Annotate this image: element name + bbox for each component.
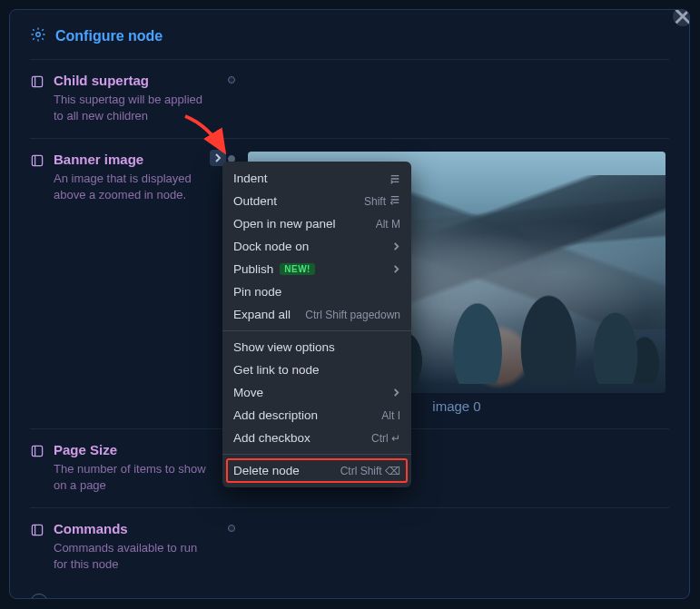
chevron-right-icon	[392, 242, 400, 250]
add-row-button[interactable]: ＋	[30, 594, 48, 599]
outdent-icon	[389, 194, 400, 208]
svg-rect-2	[32, 155, 42, 165]
ctx-label: Open in new panel	[233, 217, 336, 231]
ctx-delete-node[interactable]: Delete node Ctrl Shift ⌫	[222, 459, 411, 482]
ctx-label: Move	[233, 386, 263, 399]
svg-rect-1	[32, 76, 42, 86]
row-title: Commands	[54, 521, 212, 536]
ctx-label: Get link to node	[233, 363, 320, 377]
commands-icon	[30, 523, 44, 537]
svg-point-0	[36, 33, 41, 37]
ctx-shortcut: Shift	[364, 195, 386, 208]
ctx-shortcut: Ctrl Shift ⌫	[340, 465, 400, 477]
ctx-open-in-new-panel[interactable]: Open in new panel Alt M	[222, 212, 411, 235]
ctx-dock-node-on[interactable]: Dock node on	[222, 235, 411, 258]
page-size-icon	[30, 444, 44, 458]
ctx-pin-node[interactable]: Pin node	[222, 280, 411, 303]
ctx-label: Publish	[233, 262, 273, 276]
ctx-label: Expand all	[233, 308, 291, 321]
ctx-move[interactable]: Move	[222, 381, 411, 404]
row-title: Banner image	[54, 152, 212, 167]
ctx-outdent[interactable]: Outdent Shift	[222, 190, 411, 212]
ctx-label: Show view options	[233, 340, 335, 354]
ctx-label: Add description	[233, 408, 318, 422]
svg-rect-4	[32, 526, 42, 535]
image-icon	[30, 153, 44, 168]
ctx-show-view-options[interactable]: Show view options	[222, 336, 411, 359]
panel-header: Configure node	[10, 10, 689, 59]
ctx-add-checkbox[interactable]: Add checkbox Ctrl ↵	[222, 427, 411, 449]
svg-rect-3	[32, 446, 42, 456]
ctx-shortcut: Alt I	[381, 409, 400, 422]
ctx-label: Delete node	[233, 464, 300, 477]
supertag-icon	[30, 74, 44, 89]
panel-title: Configure node	[55, 28, 163, 44]
ctx-get-link-to-node[interactable]: Get link to node	[222, 359, 411, 381]
row-desc: The number of items to show on a page	[54, 461, 212, 493]
ctx-label: Dock node on	[233, 240, 309, 253]
ctx-indent[interactable]: Indent	[222, 167, 411, 190]
empty-bullet[interactable]	[228, 525, 235, 532]
ctx-label: Add checkbox	[233, 431, 311, 445]
close-button[interactable]	[673, 9, 690, 26]
ctx-shortcut: Ctrl ↵	[371, 432, 400, 445]
context-menu: Indent Outdent Shift Open in new panel A…	[222, 162, 411, 487]
ctx-label: Pin node	[233, 285, 281, 299]
indent-icon	[389, 173, 400, 184]
ctx-label: Indent	[233, 172, 268, 185]
new-badge: NEW!	[280, 263, 315, 275]
empty-bullet[interactable]	[228, 76, 235, 83]
gear-icon	[30, 26, 46, 46]
ctx-separator	[222, 330, 411, 331]
ctx-add-description[interactable]: Add description Alt I	[222, 404, 411, 427]
row-desc: This supertag will be applied to all new…	[54, 92, 212, 123]
ctx-publish[interactable]: Publish NEW!	[222, 258, 411, 280]
ctx-expand-all[interactable]: Expand all Ctrl Shift pagedown	[222, 303, 411, 326]
row-title: Child supertag	[54, 73, 212, 88]
chevron-right-icon	[392, 388, 400, 397]
row-title: Page Size	[54, 442, 212, 457]
row-desc: Commands available to run for this node	[54, 540, 212, 572]
row-child-supertag: Child supertag This supertag will be app…	[30, 59, 669, 138]
row-desc: An image that is displayed above a zoome…	[54, 171, 212, 202]
row-commands: Commands Commands available to run for t…	[30, 507, 669, 586]
ctx-label: Outdent	[233, 194, 277, 208]
chevron-right-icon	[392, 265, 400, 273]
configure-node-panel: Configure node Child supertag This super…	[9, 9, 690, 599]
ctx-separator	[222, 454, 411, 455]
ctx-shortcut: Alt M	[376, 218, 400, 231]
ctx-shortcut: Ctrl Shift pagedown	[305, 309, 400, 321]
